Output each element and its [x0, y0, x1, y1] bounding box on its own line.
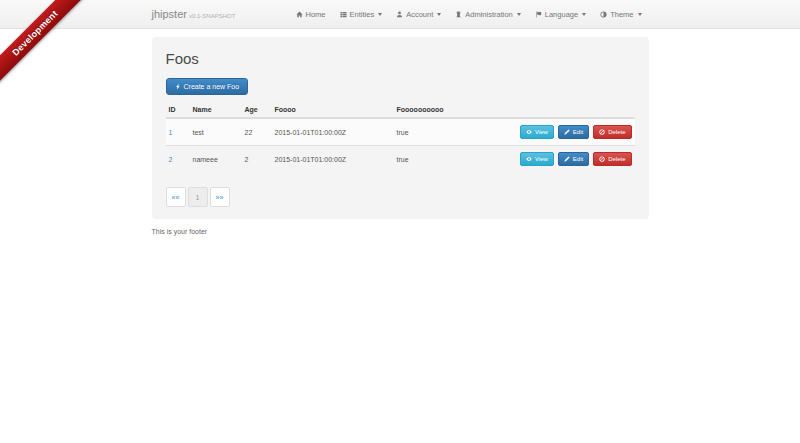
cell-age: 22: [242, 118, 272, 146]
pagination-first-button[interactable]: ««: [166, 187, 186, 207]
cell-name: test: [190, 118, 242, 146]
ban-icon: [599, 129, 605, 135]
eye-icon: [526, 129, 532, 135]
main-panel: Foos Create a new Foo ID Name Age Foooo …: [152, 37, 649, 219]
pagination-last-button[interactable]: »»: [210, 187, 230, 207]
cell-name: nameee: [190, 146, 242, 173]
caret-down-icon: [437, 13, 441, 16]
nav-label: Account: [406, 10, 433, 19]
view-button[interactable]: View: [520, 125, 554, 139]
table-header-row: ID Name Age Foooo Foooooooooo: [166, 102, 635, 118]
navbar-inner: jhipsterv0.1-SNAPSHOT Home Entities Acco…: [152, 0, 649, 28]
pagination: «« 1 »»: [166, 187, 635, 207]
row-id-link[interactable]: 1: [169, 129, 173, 136]
nav-label: Language: [545, 10, 578, 19]
view-label: View: [535, 129, 548, 135]
home-icon: [296, 11, 303, 18]
header-age[interactable]: Age: [242, 102, 272, 118]
header-foooo[interactable]: Foooo: [272, 102, 394, 118]
nav-label: Administration: [465, 10, 513, 19]
ban-icon: [599, 156, 605, 162]
eye-icon: [526, 156, 532, 162]
row-id-link[interactable]: 2: [169, 156, 173, 163]
cell-age: 2: [242, 146, 272, 173]
page-title: Foos: [166, 50, 635, 67]
caret-down-icon: [638, 13, 642, 16]
edit-button[interactable]: Edit: [558, 152, 589, 166]
nav-item-theme[interactable]: Theme: [593, 0, 648, 29]
foo-table: ID Name Age Foooo Foooooooooo 1 test 22 …: [166, 102, 635, 172]
pencil-icon: [564, 129, 570, 135]
pagination-current-page[interactable]: 1: [188, 187, 208, 207]
footer-text: This is your footer: [152, 228, 649, 235]
language-icon: [535, 11, 542, 18]
create-foo-label: Create a new Foo: [184, 83, 240, 90]
delete-button[interactable]: Delete: [593, 125, 631, 139]
brand-name: jhipster: [152, 8, 187, 20]
nav-item-entities[interactable]: Entities: [333, 0, 390, 29]
view-label: View: [535, 156, 548, 162]
caret-down-icon: [517, 13, 521, 16]
nav-item-home[interactable]: Home: [289, 0, 333, 29]
bolt-icon: [175, 83, 181, 90]
nav-item-account[interactable]: Account: [389, 0, 448, 29]
edit-button[interactable]: Edit: [558, 125, 589, 139]
delete-label: Delete: [608, 129, 625, 135]
theme-icon: [600, 11, 607, 18]
cell-foooo: 2015-01-01T01:00:00Z: [272, 146, 394, 173]
header-name[interactable]: Name: [190, 102, 242, 118]
brand-link[interactable]: jhipsterv0.1-SNAPSHOT: [152, 8, 236, 20]
navbar-menu: Home Entities Account Administration Lan…: [289, 0, 649, 29]
table-row: 1 test 22 2015-01-01T01:00:00Z true View…: [166, 118, 635, 146]
delete-label: Delete: [608, 156, 625, 162]
header-bool[interactable]: Foooooooooo: [394, 102, 480, 118]
edit-label: Edit: [573, 129, 583, 135]
entities-icon: [340, 11, 347, 18]
cell-bool: true: [394, 118, 480, 146]
caret-down-icon: [378, 13, 382, 16]
pencil-icon: [564, 156, 570, 162]
nav-label: Home: [306, 10, 326, 19]
nav-label: Theme: [610, 10, 633, 19]
header-id[interactable]: ID: [166, 102, 190, 118]
nav-label: Entities: [350, 10, 375, 19]
header-actions: [480, 102, 635, 118]
edit-label: Edit: [573, 156, 583, 162]
view-button[interactable]: View: [520, 152, 554, 166]
nav-item-administration[interactable]: Administration: [448, 0, 528, 29]
navbar: jhipsterv0.1-SNAPSHOT Home Entities Acco…: [0, 0, 800, 29]
create-foo-button[interactable]: Create a new Foo: [166, 78, 249, 95]
administration-icon: [455, 11, 462, 18]
brand-version: v0.1-SNAPSHOT: [189, 13, 235, 19]
caret-down-icon: [582, 13, 586, 16]
cell-foooo: 2015-01-01T01:00:00Z: [272, 118, 394, 146]
table-row: 2 nameee 2 2015-01-01T01:00:00Z true Vie…: [166, 146, 635, 173]
cell-bool: true: [394, 146, 480, 173]
nav-item-language[interactable]: Language: [528, 0, 593, 29]
delete-button[interactable]: Delete: [593, 152, 631, 166]
account-icon: [396, 11, 403, 18]
